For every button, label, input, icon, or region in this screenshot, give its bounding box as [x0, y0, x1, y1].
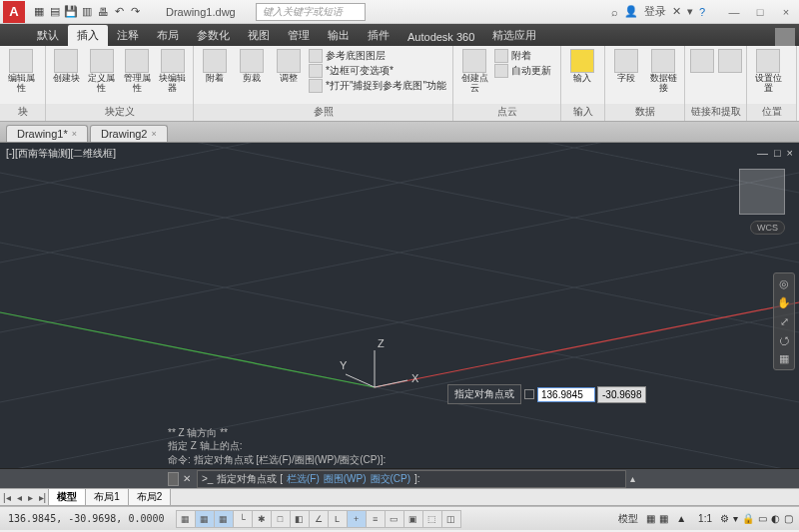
sb-dyn-icon[interactable]: +	[347, 510, 367, 528]
sb-otrack-icon[interactable]: ∠	[309, 510, 329, 528]
manage-attr-button[interactable]: 管理属性	[121, 49, 154, 94]
ribbon-tab[interactable]: 视图	[239, 25, 279, 46]
qat-saveas-icon[interactable]: ▥	[80, 5, 94, 19]
help-icon[interactable]: ?	[699, 6, 705, 18]
qat-save-icon[interactable]: 💾	[64, 5, 78, 19]
sb-osnap-icon[interactable]: □	[271, 510, 291, 528]
layout-tab-model[interactable]: 模型	[48, 488, 86, 506]
set-location-button[interactable]: 设置位置	[751, 49, 785, 94]
ribbon-tab[interactable]: 插件	[359, 25, 399, 46]
sb-polar-icon[interactable]: ✱	[252, 510, 272, 528]
nav-orbit-icon[interactable]: ⭯	[779, 334, 790, 346]
ribbon-tab[interactable]: 插入	[68, 25, 108, 46]
pc-attach-button[interactable]: 附着	[494, 49, 551, 63]
cmdline-grip-icon[interactable]	[168, 472, 179, 486]
layout-tab[interactable]: 布局1	[85, 488, 129, 506]
drawing-viewport[interactable]: X Y Z [-][西南等轴测][二维线框] — □ × WCS ◎ ✋ ⤢ ⭯…	[0, 143, 799, 468]
nav-pan-icon[interactable]: ✋	[777, 296, 791, 309]
doc-tab[interactable]: Drawing1*×	[6, 125, 88, 142]
qat-redo-icon[interactable]: ↷	[128, 5, 142, 19]
qat-new-icon[interactable]: ▦	[32, 5, 46, 19]
cmdline-expand-icon[interactable]: ▴	[630, 473, 635, 484]
sb-ortho-icon[interactable]: └	[233, 510, 253, 528]
sb-grid2-icon[interactable]: ▦	[646, 513, 655, 524]
qat-open-icon[interactable]: ▤	[48, 5, 62, 19]
sb-clean-icon[interactable]: ▢	[784, 513, 793, 524]
pc-autoupdate-button[interactable]: 自动更新	[494, 64, 551, 78]
sb-3dsnap-icon[interactable]: ◧	[290, 510, 310, 528]
dyn-options-icon[interactable]	[524, 389, 534, 399]
snap-underlay-button[interactable]: *打开"捕捉到参考底图"功能	[309, 79, 446, 93]
command-line[interactable]: ✕ >_ 指定对角点或 [ 栏选(F) 圈围(WP) 圈交(CP) ]: ▴	[0, 468, 799, 488]
adjust-button[interactable]: 调整	[272, 49, 306, 84]
signin-label[interactable]: 登录	[644, 4, 666, 19]
block-editor-button[interactable]: 块编辑器	[157, 49, 190, 94]
coordinates-display[interactable]: 136.9845, -30.9698, 0.0000	[0, 513, 173, 524]
nav-zoom-icon[interactable]: ⤢	[780, 315, 789, 328]
minimize-button[interactable]: —	[725, 6, 743, 18]
ribbon-tab[interactable]: Autodesk 360	[399, 28, 483, 46]
sb-lock-icon[interactable]: 🔒	[742, 513, 754, 524]
frames-button[interactable]: *边框可变选项*	[309, 64, 446, 78]
layout-last-icon[interactable]: ▸|	[36, 492, 50, 503]
cmdline-option[interactable]: 栏选(F)	[287, 472, 320, 486]
close-button[interactable]: ×	[777, 6, 795, 18]
import-button[interactable]: 输入	[565, 49, 599, 84]
view-cube[interactable]	[739, 169, 785, 215]
signin-icon[interactable]: 👤	[624, 5, 638, 18]
vp-maximize-icon[interactable]: □	[774, 147, 781, 159]
info-center-icon[interactable]: ⌕	[611, 6, 618, 18]
ribbon-tab[interactable]: 注释	[108, 25, 148, 46]
link-button[interactable]	[689, 49, 714, 73]
dyn-x-input[interactable]	[537, 387, 595, 402]
exchange-icon[interactable]: ✕	[672, 5, 681, 18]
sb-workspace-icon[interactable]: ▾	[733, 513, 738, 524]
sb-scale-button[interactable]: 1:1	[694, 513, 716, 524]
datalink-button[interactable]: 数据链接	[646, 49, 680, 94]
clip-button[interactable]: 剪裁	[235, 49, 269, 84]
sb-sc-icon[interactable]: ⬚	[422, 510, 442, 528]
sb-qp-icon[interactable]: ▣	[403, 510, 423, 528]
sb-grid3-icon[interactable]: ▦	[659, 513, 668, 524]
define-attr-button[interactable]: 定义属性	[86, 49, 119, 94]
layout-prev-icon[interactable]: ◂	[14, 492, 25, 503]
sb-isolate-icon[interactable]: ◐	[771, 513, 780, 524]
nav-showmotion-icon[interactable]: ▦	[779, 352, 789, 365]
ribbon-tab[interactable]: 精选应用	[483, 25, 545, 46]
extract-button[interactable]	[717, 49, 742, 73]
attach-button[interactable]: 附着	[198, 49, 232, 84]
ribbon-expand-button[interactable]	[775, 28, 795, 46]
cmdline-close-icon[interactable]: ✕	[183, 473, 191, 484]
sb-am-icon[interactable]: ◫	[441, 510, 461, 528]
vp-close-icon[interactable]: ×	[787, 147, 793, 159]
app-logo[interactable]: A	[3, 1, 25, 23]
sb-grid-icon[interactable]: ▦	[214, 510, 234, 528]
sb-annoscale[interactable]: ▲	[672, 513, 690, 524]
maximize-button[interactable]: □	[751, 6, 769, 18]
viewport-label[interactable]: [-][西南等轴测][二维线框]	[6, 147, 116, 161]
sb-gear-icon[interactable]: ⚙	[720, 513, 729, 524]
close-icon[interactable]: ×	[151, 129, 156, 139]
ribbon-tab[interactable]: 管理	[279, 25, 319, 46]
close-icon[interactable]: ×	[72, 129, 77, 139]
edit-attribute-button[interactable]: 编辑属性	[4, 49, 38, 94]
sb-lwt-icon[interactable]: ≡	[366, 510, 386, 528]
sb-snap-icon[interactable]: ▦	[195, 510, 215, 528]
ribbon-tab[interactable]: 参数化	[188, 25, 239, 46]
ribbon-tab[interactable]: 布局	[148, 25, 188, 46]
layout-first-icon[interactable]: |◂	[0, 492, 14, 503]
sb-ducs-icon[interactable]: L	[328, 510, 348, 528]
ribbon-tab[interactable]: 默认	[28, 25, 68, 46]
sb-hardware-icon[interactable]: ▭	[758, 513, 767, 524]
create-pointcloud-button[interactable]: 创建点云	[457, 49, 491, 94]
dropdown-icon[interactable]: ▾	[687, 5, 693, 18]
create-block-button[interactable]: 创建块	[50, 49, 83, 84]
qat-plot-icon[interactable]: 🖶	[96, 5, 110, 19]
underlay-layers-button[interactable]: 参考底图图层	[309, 49, 446, 63]
field-button[interactable]: 字段	[609, 49, 643, 84]
ribbon-tab[interactable]: 输出	[319, 25, 359, 46]
nav-wheel-icon[interactable]: ◎	[779, 277, 789, 290]
layout-next-icon[interactable]: ▸	[25, 492, 36, 503]
sb-infer-icon[interactable]: ▦	[176, 510, 196, 528]
qat-undo-icon[interactable]: ↶	[112, 5, 126, 19]
